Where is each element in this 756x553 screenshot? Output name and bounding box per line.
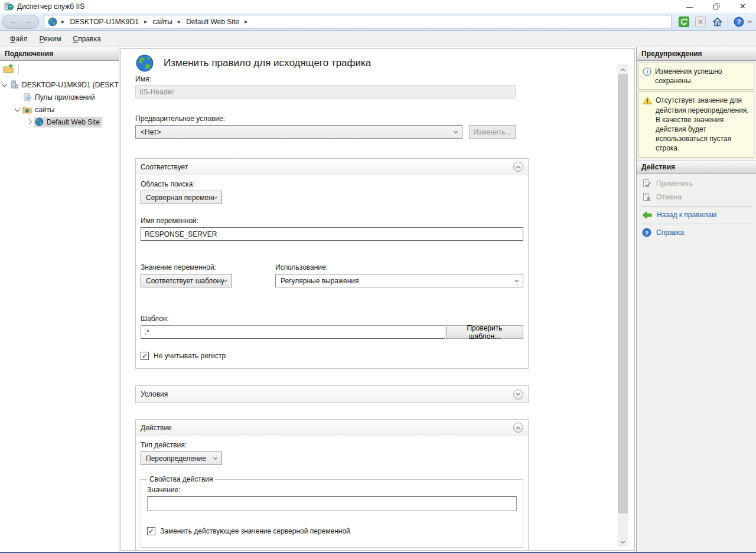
menu-help-label: Справка [73, 35, 101, 43]
expand-icon[interactable] [25, 120, 34, 124]
chevron-down-icon [454, 129, 458, 133]
match-section-header[interactable]: Соответствует [136, 159, 528, 175]
alert-info: i Изменения успешно сохранены. [638, 63, 754, 90]
conditions-section-header[interactable]: Условия [136, 386, 528, 403]
restore-button[interactable] [703, 0, 729, 13]
collapse-icon[interactable] [13, 109, 22, 111]
action-type-label: Тип действия: [141, 441, 523, 449]
action-value-input[interactable] [147, 496, 517, 511]
ignore-case-label: Не учитывать регистр [154, 352, 226, 360]
variable-value-select[interactable]: Соответствует шаблону [141, 274, 232, 287]
edit-outbound-rule-page: Изменить правило для исходящего трафика … [120, 48, 635, 551]
close-button[interactable]: × [729, 0, 756, 13]
menu-bar: Файл Режим Справка [0, 31, 756, 47]
breadcrumb-item-server[interactable]: DESKTOP-U1MK9D1 [69, 17, 139, 27]
chevron-down-icon [213, 455, 217, 459]
right-panel: Предупреждения i Изменения успешно сохра… [637, 47, 756, 552]
variable-name-input[interactable] [141, 227, 523, 241]
test-pattern-button[interactable]: Проверить шаблон... [446, 325, 523, 339]
menu-file[interactable]: Файл [5, 32, 33, 45]
apply-button[interactable]: Применить [637, 177, 756, 191]
tree-item-app-pools[interactable]: Пулы приложений [0, 91, 119, 103]
actions-separator [641, 224, 752, 224]
toolbar-separator [18, 64, 19, 74]
window-title: Диспетчер служб IIS [17, 2, 84, 11]
menu-mode-label: Режим [40, 35, 61, 43]
action-section-title: Действие [141, 424, 172, 432]
content-area: Изменить правило для исходящего трафика … [119, 47, 637, 552]
tree-item-app-pools-label: Пулы приложений [32, 92, 97, 103]
replace-value-label: Заменить действующее значение серверной … [160, 527, 350, 535]
collapse-icon[interactable] [0, 84, 9, 86]
restore-icon [713, 3, 720, 10]
scrollbar-thumb[interactable] [618, 74, 628, 513]
pattern-input[interactable] [141, 325, 445, 339]
help-button[interactable]: ? [732, 15, 746, 28]
apply-icon [642, 179, 651, 188]
tree-item-server[interactable]: DESKTOP-U1MK9D1 (DESKTOP [0, 78, 119, 91]
name-input[interactable] [135, 85, 516, 99]
breadcrumb-separator-icon: ▶ [178, 19, 181, 24]
check-icon: ✓ [142, 352, 148, 359]
expand-section-button[interactable] [513, 390, 523, 400]
connections-panel: Подключения [0, 47, 119, 552]
scope-select[interactable]: Серверная переменн [141, 191, 222, 204]
alert-warning-text: Отсутствует значение для действия переоп… [656, 96, 750, 153]
variable-name-label: Имя переменной: [141, 217, 523, 225]
breadcrumb-item-sites[interactable]: сайты [151, 17, 174, 27]
action-type-select[interactable]: Переопределение [141, 451, 222, 465]
iis-manager-window: Диспетчер служб IIS — × ← → ▶ DESK [0, 0, 756, 553]
edit-precondition-button[interactable]: Изменить... [469, 125, 516, 139]
tree-item-default-web-site[interactable]: Default Web Site [0, 116, 119, 128]
window-controls: — × [676, 0, 756, 13]
refresh-button[interactable] [677, 15, 691, 28]
back-to-rules-link[interactable]: Назад к правилам [637, 208, 756, 222]
menu-file-label: Файл [10, 35, 28, 43]
refresh-icon [679, 17, 689, 27]
address-bar[interactable]: ▶ DESKTOP-U1MK9D1 ▶ сайты ▶ Default Web … [44, 15, 672, 28]
ignore-case-checkbox[interactable]: ✓ [141, 352, 149, 360]
help-dropdown-icon[interactable] [748, 19, 752, 23]
scroll-down-button[interactable] [618, 537, 628, 547]
minimize-button[interactable]: — [676, 0, 703, 13]
action-section-header[interactable]: Действие [136, 420, 528, 436]
breadcrumb-item-default-web-site[interactable]: Default Web Site [185, 17, 240, 27]
replace-value-row: ✓ Заменить действующее значение серверно… [147, 527, 517, 535]
collapse-section-button[interactable] [513, 162, 523, 172]
precondition-select[interactable]: <Нет> [135, 125, 462, 139]
forward-icon[interactable]: → [24, 17, 32, 26]
menu-help[interactable]: Справка [68, 32, 106, 45]
main-row: Подключения [0, 47, 756, 552]
back-to-rules-label: Назад к правилам [657, 211, 716, 219]
page-header: Изменить правило для исходящего трафика [135, 54, 516, 73]
svg-text:?: ? [737, 18, 741, 25]
help-label: Справка [656, 228, 684, 237]
back-icon[interactable]: ← [9, 17, 17, 26]
page-title: Изменить правило для исходящего трафика [164, 57, 371, 69]
precondition-value: <Нет> [141, 128, 161, 136]
breadcrumb-separator-icon: ▶ [144, 19, 147, 24]
collapse-section-button[interactable] [513, 423, 523, 433]
cancel-button[interactable]: Отмена [637, 191, 756, 204]
help-link[interactable]: ? Справка [637, 226, 756, 240]
scroll-up-button[interactable] [618, 64, 628, 74]
alert-info-text: Изменения успешно сохранены. [655, 67, 750, 86]
svg-text:i: i [646, 69, 648, 75]
cancel-label: Отмена [656, 193, 682, 201]
page-globe-icon [135, 54, 154, 73]
add-connection-icon[interactable] [3, 64, 14, 74]
variable-value-label: Значение переменной: [141, 263, 275, 271]
stop-button[interactable] [693, 15, 708, 28]
globe-icon [48, 17, 57, 27]
vertical-scrollbar[interactable] [618, 64, 628, 547]
home-button[interactable] [710, 15, 724, 28]
app-icon [4, 2, 14, 11]
replace-value-checkbox[interactable]: ✓ [147, 527, 155, 535]
title-bar: Диспетчер служб IIS — × [0, 0, 756, 13]
tree-item-sites-label: сайты [32, 104, 57, 115]
conditions-section: Условия [135, 385, 529, 403]
tree-item-sites[interactable]: сайты [0, 103, 119, 116]
usage-select[interactable]: Регулярные выражения [275, 274, 523, 287]
menu-mode[interactable]: Режим [34, 32, 67, 45]
cancel-icon [642, 192, 651, 202]
